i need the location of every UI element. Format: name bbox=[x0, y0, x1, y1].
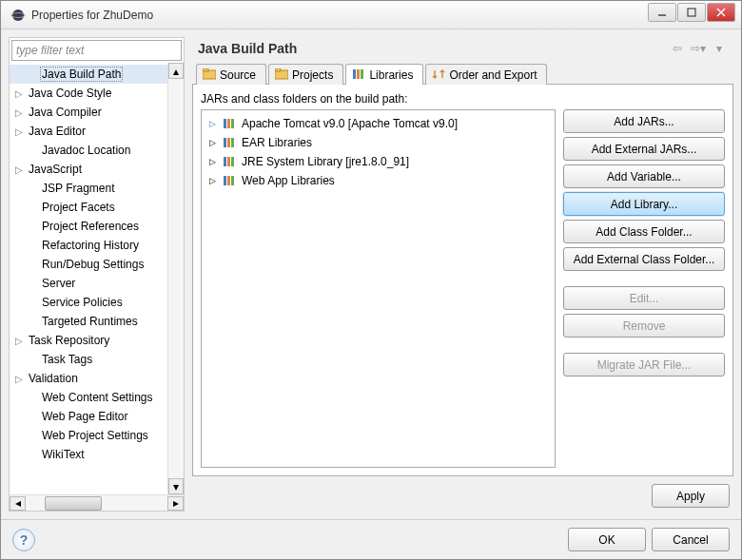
tab-label: Libraries bbox=[369, 68, 413, 82]
nav-item[interactable]: ▷Java Code Style bbox=[10, 84, 167, 103]
expand-icon[interactable]: ▷ bbox=[209, 119, 219, 128]
library-icon bbox=[223, 156, 238, 167]
nav-item-label: Project Facets bbox=[40, 201, 115, 214]
expand-icon[interactable]: ▷ bbox=[209, 138, 219, 147]
titlebar[interactable]: Properties for ZhuDemo bbox=[1, 1, 741, 29]
nav-item-label: Refactoring History bbox=[40, 239, 139, 252]
expand-icon[interactable]: ▷ bbox=[15, 126, 27, 137]
nav-item[interactable]: Service Policies bbox=[10, 293, 167, 312]
nav-item[interactable]: ▷Java Compiler bbox=[10, 103, 167, 122]
nav-item[interactable]: ▷JavaScript bbox=[10, 160, 167, 179]
expand-icon[interactable]: ▷ bbox=[15, 374, 27, 384]
nav-item[interactable]: Javadoc Location bbox=[10, 141, 167, 160]
expand-icon[interactable]: ▷ bbox=[209, 176, 219, 185]
nav-item-label: Service Policies bbox=[40, 296, 123, 309]
svg-rect-19 bbox=[224, 157, 226, 166]
nav-hscrollbar[interactable]: ◂ ▸ bbox=[10, 494, 184, 511]
expand-icon[interactable]: ▷ bbox=[15, 336, 27, 346]
maximize-button[interactable] bbox=[677, 3, 706, 22]
svg-rect-24 bbox=[231, 176, 234, 185]
expand-icon[interactable]: ▷ bbox=[15, 107, 27, 118]
library-item[interactable]: ▷EAR Libraries bbox=[205, 133, 551, 152]
nav-item[interactable]: Targeted Runtimes bbox=[10, 312, 167, 331]
tab-order-export[interactable]: Order and Export bbox=[425, 64, 547, 85]
library-label: JRE System Library [jre1.8.0_91] bbox=[242, 155, 409, 168]
nav-item-label: Javadoc Location bbox=[40, 144, 130, 157]
menu-icon[interactable]: ▾ bbox=[711, 41, 728, 56]
expand-icon[interactable]: ▷ bbox=[15, 164, 27, 175]
scroll-up-icon[interactable]: ▴ bbox=[168, 63, 184, 79]
nav-item[interactable]: JSP Fragment bbox=[10, 179, 167, 198]
nav-panel: Java Build Path▷Java Code Style▷Java Com… bbox=[9, 37, 185, 512]
nav-item-label: Run/Debug Settings bbox=[40, 258, 144, 271]
add-variable-button[interactable]: Add Variable... bbox=[563, 164, 725, 188]
eclipse-icon bbox=[10, 8, 26, 23]
add-library-button[interactable]: Add Library... bbox=[563, 192, 725, 216]
library-label: EAR Libraries bbox=[242, 136, 312, 149]
nav-item[interactable]: Task Tags bbox=[10, 350, 167, 369]
help-icon[interactable]: ? bbox=[12, 529, 35, 551]
nav-item[interactable]: Web Project Settings bbox=[10, 426, 167, 445]
svg-point-0 bbox=[12, 10, 24, 21]
scroll-thumb[interactable] bbox=[45, 496, 102, 511]
nav-item[interactable]: ▷Task Repository bbox=[10, 331, 167, 350]
nav-vscrollbar[interactable]: ▴ ▾ bbox=[167, 63, 184, 494]
nav-item-label: Server bbox=[40, 277, 75, 290]
nav-item[interactable]: Project Facets bbox=[10, 198, 167, 217]
nav-item[interactable]: Web Page Editor bbox=[10, 407, 167, 426]
scroll-down-icon[interactable]: ▾ bbox=[168, 478, 184, 494]
cancel-button[interactable]: Cancel bbox=[652, 528, 730, 551]
tab-libraries[interactable]: Libraries bbox=[345, 64, 423, 85]
expand-icon[interactable]: ▷ bbox=[209, 157, 219, 166]
add-external-class-folder-button[interactable]: Add External Class Folder... bbox=[563, 247, 725, 271]
tab-label: Source bbox=[220, 68, 256, 82]
back-icon[interactable]: ⇦ bbox=[669, 41, 686, 56]
minimize-button[interactable] bbox=[648, 3, 676, 22]
expand-icon[interactable]: ▷ bbox=[15, 88, 27, 99]
filter-input[interactable] bbox=[11, 40, 182, 61]
nav-item[interactable]: Run/Debug Settings bbox=[10, 255, 167, 274]
scroll-left-icon[interactable]: ◂ bbox=[10, 496, 26, 511]
libraries-panel: JARs and class folders on the build path… bbox=[192, 85, 733, 476]
nav-item-label: Java Editor bbox=[27, 125, 86, 138]
nav-item[interactable]: Web Content Settings bbox=[10, 388, 167, 407]
nav-item[interactable]: ▷Java Editor bbox=[10, 122, 167, 141]
add-external-jars-button[interactable]: Add External JARs... bbox=[563, 137, 725, 161]
forward-icon[interactable]: ⇨▾ bbox=[690, 41, 707, 56]
nav-item-label: JavaScript bbox=[27, 163, 82, 176]
nav-item-label: JSP Fragment bbox=[40, 182, 114, 195]
nav-item[interactable]: Project References bbox=[10, 217, 167, 236]
library-item[interactable]: ▷Apache Tomcat v9.0 [Apache Tomcat v9.0] bbox=[205, 114, 551, 133]
library-icon bbox=[223, 118, 238, 129]
tab-projects[interactable]: Projects bbox=[268, 64, 343, 85]
close-button[interactable] bbox=[707, 3, 735, 22]
svg-rect-12 bbox=[361, 69, 363, 79]
properties-dialog: Properties for ZhuDemo Java Build Path▷J… bbox=[0, 0, 742, 560]
nav-item[interactable]: Server bbox=[10, 274, 167, 293]
nav-item-label: Targeted Runtimes bbox=[40, 315, 138, 328]
nav-item[interactable]: ▷Validation bbox=[10, 369, 167, 388]
page-title: Java Build Path bbox=[198, 41, 669, 56]
library-label: Web App Libraries bbox=[242, 174, 335, 187]
library-item[interactable]: ▷JRE System Library [jre1.8.0_91] bbox=[205, 152, 551, 171]
svg-rect-14 bbox=[227, 119, 230, 128]
svg-rect-13 bbox=[224, 119, 226, 128]
nav-item-label: Task Repository bbox=[27, 334, 109, 347]
tab-label: Projects bbox=[292, 68, 333, 82]
ok-button[interactable]: OK bbox=[568, 528, 646, 551]
scroll-right-icon[interactable]: ▸ bbox=[167, 496, 184, 511]
nav-item[interactable]: Java Build Path bbox=[10, 65, 167, 84]
add-jars-button[interactable]: Add JARs... bbox=[563, 109, 725, 133]
nav-item-label: Web Content Settings bbox=[40, 391, 153, 404]
nav-tree[interactable]: Java Build Path▷Java Code Style▷Java Com… bbox=[10, 63, 167, 494]
apply-button[interactable]: Apply bbox=[652, 484, 730, 508]
add-class-folder-button[interactable]: Add Class Folder... bbox=[563, 220, 725, 243]
nav-item[interactable]: Refactoring History bbox=[10, 236, 167, 255]
tab-source[interactable]: Source bbox=[196, 64, 266, 85]
library-item[interactable]: ▷Web App Libraries bbox=[205, 171, 551, 190]
nav-item[interactable]: WikiText bbox=[10, 445, 167, 464]
panel-description: JARs and class folders on the build path… bbox=[201, 92, 725, 106]
svg-rect-22 bbox=[224, 176, 226, 185]
library-tree[interactable]: ▷Apache Tomcat v9.0 [Apache Tomcat v9.0]… bbox=[201, 109, 556, 468]
tab-bar: Source Projects Libraries Order and Expo… bbox=[192, 64, 733, 85]
